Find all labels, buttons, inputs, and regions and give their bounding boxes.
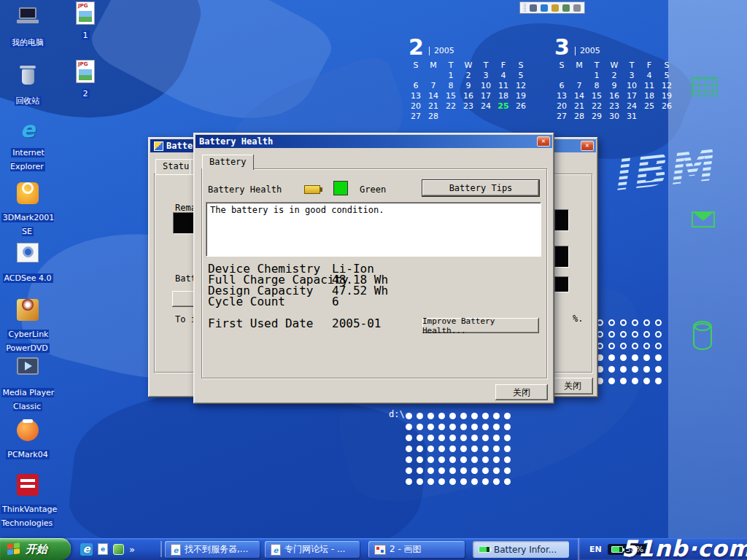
desktop-icon-label: ACDSee 4.0 [3, 273, 53, 283]
calendar-day: 2 [605, 71, 623, 81]
calendar-day: 5 [658, 71, 676, 81]
my-computer-icon [15, 7, 40, 32]
dot [427, 456, 434, 463]
battery-icon[interactable] [551, 4, 559, 12]
calendar-day: 3 [477, 71, 495, 81]
calendar-weekday: M [570, 61, 588, 71]
desktop-icon-thinkvantage[interactable]: ThinkVantage Technologies [1, 472, 55, 529]
dot [471, 413, 478, 419]
condition-textbox[interactable]: The battery is in good condition. [206, 202, 541, 257]
speaker-icon[interactable] [530, 4, 537, 12]
calendar-day: 9 [460, 81, 477, 91]
dot [460, 424, 467, 430]
calendar-grid: SMTWTFS123456789101112131415161718192021… [407, 61, 535, 122]
dot [417, 424, 423, 430]
close-button-label: 关闭 [513, 386, 530, 399]
calendar-day: 11 [495, 81, 512, 91]
calendar-day: 24 [477, 101, 495, 112]
start-button[interactable]: 开始 [0, 538, 71, 560]
desktop-icon-my-computer[interactable]: 我的电脑 [1, 4, 55, 48]
calendar-day [495, 112, 512, 122]
ie-quicklaunch-icon[interactable]: e [80, 543, 93, 556]
desktop-icon-internet-explorer[interactable]: e Internet Explorer [1, 117, 55, 172]
file-label: 1 [82, 31, 90, 40]
spreadsheet-grid-icon [692, 77, 718, 96]
calendar-day: 17 [477, 91, 495, 101]
close-icon[interactable]: ✕ [537, 136, 550, 147]
desktop-icon-pcmark04[interactable]: PCMark04 [1, 411, 55, 460]
language-indicator[interactable]: EN [589, 545, 602, 554]
calendar-day: 6 [407, 81, 425, 91]
dot-pattern-filled [597, 354, 667, 389]
task-label: 2 - 画图 [390, 543, 422, 556]
desktop-icon-acdsee[interactable]: ACDSee 4.0 [1, 241, 55, 284]
task-button-battery-information[interactable]: Battery Infor... [473, 541, 569, 558]
desktop-icon-powerdvd[interactable]: CyberLink PowerDVD [1, 294, 55, 354]
dot [417, 478, 423, 485]
calendar-day [425, 71, 442, 81]
calendar-day: 26 [512, 101, 530, 112]
calendar-day: 27 [553, 112, 570, 122]
dot [438, 435, 445, 441]
health-status-text: Green [360, 184, 386, 195]
start-label: 开始 [26, 542, 47, 556]
close-button[interactable]: 关闭 [552, 378, 593, 394]
dot [504, 478, 511, 485]
document-quicklaunch-icon[interactable]: e [98, 543, 108, 555]
ie-page-icon: e [271, 544, 281, 556]
quick-launch: e e » [74, 538, 160, 560]
dot [655, 343, 662, 349]
desktop-icon-recycle-bin[interactable]: 回收站 [1, 63, 55, 106]
calendar-weekday: F [640, 61, 658, 71]
calendar-day: 3 [623, 71, 640, 81]
calendar-weekday: T [623, 61, 640, 71]
calendar-weekday: W [460, 61, 477, 71]
toolbar-grip[interactable] [524, 4, 526, 12]
battery-tips-button[interactable]: Battery Tips [422, 180, 539, 196]
battery-health-label: Battery Health [208, 184, 282, 195]
calendar-weekday: S [658, 61, 676, 71]
media-quicklaunch-icon[interactable] [113, 544, 124, 555]
calendar-march: 3 2005 SMTWTFS12345678910111213141516171… [553, 38, 681, 122]
dot [460, 413, 467, 419]
dot [608, 366, 615, 373]
gauge-display [554, 209, 569, 231]
titlebar[interactable]: Battery Health ✕ [196, 135, 552, 148]
calendar-day: 8 [442, 81, 460, 91]
calendar-day: 20 [553, 101, 570, 112]
desktop-icon-3dmark2001[interactable]: 3DMark2001 SE [1, 179, 55, 237]
calendar-day: 10 [477, 81, 495, 91]
calendar-year: 2005 [429, 47, 454, 55]
calendar-year: 2005 [575, 47, 600, 55]
improve-battery-health-button[interactable]: Improve Battery Health... [422, 318, 539, 333]
calendar-day: 28 [570, 112, 588, 122]
dot [608, 354, 615, 361]
battery-tips-label: Battery Tips [449, 183, 513, 193]
calendar-month: 3 [554, 38, 570, 57]
calendar-day: 4 [495, 71, 512, 81]
desktop-file-2[interactable]: JPG 2 [58, 60, 112, 99]
desktop-file-1[interactable]: JPG 1 [58, 1, 112, 41]
task-button-paint[interactable]: 2 - 画图 [368, 541, 465, 558]
close-icon[interactable]: ✕ [581, 141, 594, 151]
calendar-day: 12 [512, 81, 530, 91]
dot [504, 467, 511, 474]
envelope-icon [692, 211, 715, 228]
display-icon[interactable] [541, 4, 548, 12]
dot [632, 343, 638, 349]
network-icon[interactable] [562, 4, 570, 12]
close-button[interactable]: 关闭 [495, 384, 548, 400]
chevron-icon[interactable]: » [129, 544, 135, 555]
floating-toolbar[interactable] [519, 1, 585, 14]
dot [643, 319, 650, 326]
desktop-icon-media-player-classic[interactable]: Media Player Classic [1, 354, 55, 412]
dot-pattern-rings [597, 319, 667, 354]
task-button-ie-server[interactable]: e 找不到服务器,... [165, 541, 260, 558]
internet-explorer-icon: e [15, 117, 40, 142]
task-button-forum[interactable]: e 专门网论坛 - ... [265, 541, 360, 558]
dot [482, 446, 489, 452]
file-label: 2 [82, 89, 90, 98]
desktop-icon-label: PCMark04 [6, 450, 49, 459]
keyboard-icon[interactable] [573, 4, 581, 12]
tab-battery[interactable]: Battery [202, 155, 254, 170]
